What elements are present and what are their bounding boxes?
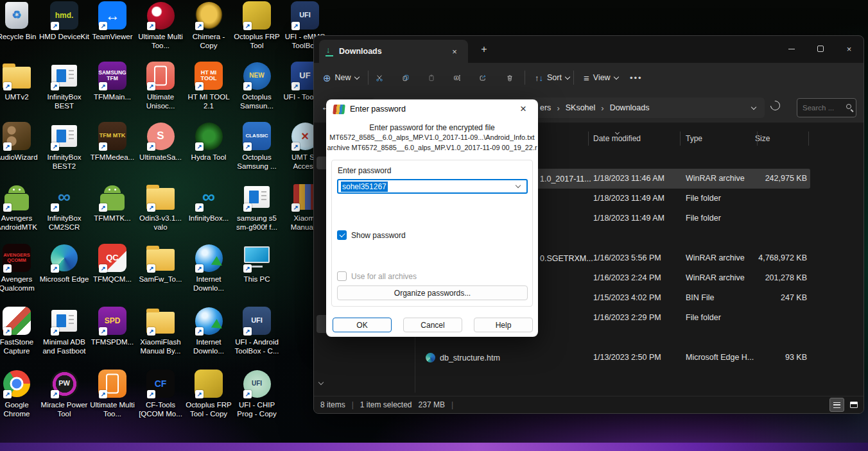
desktop-icon[interactable]: ↗ SamFw_To...	[136, 244, 185, 284]
desktop-icon[interactable]: ↗ InfinityBox BEST	[40, 62, 89, 110]
desktop-icon-label: UltimateSa...	[135, 153, 186, 162]
status-separator: |	[352, 400, 354, 409]
desktop-icon-image: CF ↗	[146, 370, 175, 398]
desktop-icon[interactable]: ↗ Microsoft Edge	[40, 244, 89, 284]
combo-dropdown-icon[interactable]	[516, 183, 521, 188]
tab-close-icon[interactable]: ×	[447, 44, 462, 58]
desktop-icon[interactable]: ↗ InfinityBox BEST2	[40, 122, 89, 171]
breadcrumb-prefix[interactable]: ers	[540, 103, 551, 112]
shortcut-arrow-icon: ↗	[99, 390, 107, 398]
share-button[interactable]	[475, 68, 490, 87]
sidebar-scroll-chevron-icon[interactable]	[318, 380, 324, 385]
help-button[interactable]: Help	[474, 318, 533, 332]
address-dropdown-icon[interactable]	[751, 104, 756, 109]
desktop-icon[interactable]: UFI ↗ UFI - Android ToolBox - C...	[232, 307, 281, 355]
desktop-icon[interactable]: SPD ↗ TFMSPDM...	[88, 307, 137, 346]
organize-passwords-button[interactable]: Organize passwords...	[337, 285, 528, 300]
desktop-icon[interactable]: ↗ Odin3-v3.1... valo	[136, 183, 185, 232]
desktop-icon[interactable]: ↗ Hydra Tool	[184, 122, 233, 162]
new-tab-button[interactable]: +	[476, 44, 492, 55]
desktop-icon[interactable]: ↗ AudioWizard	[0, 122, 41, 162]
desktop-icon[interactable]: QC ↗ TFMQCM...	[88, 244, 137, 284]
search-input[interactable]	[801, 99, 841, 116]
use-for-all-archives-checkbox[interactable]: Use for all archives	[337, 271, 417, 281]
desktop-icon[interactable]: ↗ UMTv2	[0, 62, 41, 101]
delete-button[interactable]	[502, 68, 517, 87]
desktop-icon[interactable]: UFI ↗ UFI - CHIP Prog - Copy	[232, 370, 281, 418]
desktop-icon[interactable]: ↗ Chimera - Copy	[184, 1, 233, 50]
copy-button[interactable]	[398, 68, 413, 87]
desktop-icon[interactable]: CLASSIC ↗ Octoplus Samsung ...	[232, 122, 281, 171]
desktop-icon[interactable]: ↗ Ultimate Multi Too...	[136, 1, 185, 50]
desktop-icon[interactable]: TFM MTK ↗ TFMMedea...	[88, 122, 137, 162]
desktop-icon-label: Ultimate Unisoc...	[135, 92, 186, 110]
desktop-icon-image: ↗	[243, 244, 271, 272]
status-separator: |	[451, 400, 453, 409]
desktop-icon[interactable]: ♻ ↗ Recycle Bin	[0, 1, 41, 41]
breadcrumb-user[interactable]: SKsohel	[566, 103, 596, 112]
checkbox-unchecked-icon[interactable]	[337, 271, 347, 281]
desktop-icon[interactable]: HT MI TOOL ↗ HT MI TOOL 2.1	[184, 62, 233, 110]
icon-glyph: HT MI TOOL	[195, 70, 223, 82]
desktop-icon[interactable]: ↗ Ultimate Unisoc...	[136, 62, 185, 110]
rename-button[interactable]: A	[449, 68, 465, 87]
breadcrumb-folder[interactable]: Downloads	[610, 103, 650, 112]
desktop-icon[interactable]: ↗ Avengers AndroidMTK	[0, 183, 41, 232]
chevron-down-icon	[354, 74, 359, 79]
desktop-icon[interactable]: CF ↗ CF-Tools [QCOM Mo...	[136, 370, 185, 418]
desktop-icon-label: XiaomiFlash Manual By...	[135, 337, 186, 355]
column-header-type[interactable]: Type	[686, 129, 702, 148]
desktop-icon[interactable]: AVENGERS QCOMM ↗ Avengers Qualcomm	[0, 244, 41, 293]
new-button[interactable]: ⊕ New	[319, 68, 363, 87]
desktop-icon[interactable]: ∞ ↗ InfinityBox CM2SCR	[40, 183, 89, 232]
icons-view-button[interactable]	[846, 398, 861, 412]
cancel-button[interactable]: Cancel	[403, 318, 462, 332]
desktop-icon[interactable]: ↗ Octoplus FRP Tool - Copy	[184, 370, 233, 418]
desktop-icon[interactable]: NEW ↗ Octoplus Samsun...	[232, 62, 281, 110]
details-view-button[interactable]	[829, 398, 844, 412]
search-box[interactable]	[797, 98, 856, 117]
tab-downloads[interactable]: Downloads ×	[319, 40, 468, 63]
view-button[interactable]: ≡ View	[580, 68, 622, 87]
checkbox-checked-icon[interactable]	[337, 230, 347, 240]
desktop-icon[interactable]: ↗ XiaomiFlash Manual By...	[136, 307, 185, 355]
desktop-icon[interactable]: ↗ FastStone Capture	[0, 307, 41, 355]
desktop-icon[interactable]: PW ↗ Miracle Power Tool	[40, 370, 89, 418]
close-button[interactable]: ×	[835, 36, 864, 62]
desktop-icon-image: ∞ ↗	[195, 183, 223, 211]
dialog-title-bar[interactable]: Enter password ×	[326, 99, 538, 119]
desktop-icon[interactable]: ↗ Minimal ADB and Fastboot	[40, 307, 89, 355]
shortcut-arrow-icon: ↗	[99, 82, 107, 90]
desktop-icon[interactable]: ↗ Google Chrome	[0, 370, 41, 418]
desktop-icon-image: PW ↗	[50, 370, 78, 398]
desktop-icon[interactable]: ↗ Ultimate Multi Too...	[88, 370, 137, 418]
file-row[interactable]: db_structure.htm 1/13/2023 2:50 PM Micro…	[415, 348, 810, 368]
desktop-icon[interactable]: ↗ This PC	[232, 244, 281, 284]
desktop-icon[interactable]: ↔ ↗ TeamViewer	[88, 1, 137, 41]
desktop-icon[interactable]: ∞ ↗ InfinityBox...	[184, 183, 233, 223]
desktop-icon[interactable]: ↗ Internet Downlo...	[184, 244, 233, 293]
ok-button[interactable]: OK	[333, 318, 392, 332]
desktop-icon[interactable]: ↗ samsung s5 sm-g900f f...	[232, 183, 281, 232]
minimize-button[interactable]	[777, 36, 806, 62]
desktop-icon[interactable]: ↗ TFMMTK...	[88, 183, 137, 223]
desktop-icon-image: UFI ↗	[243, 307, 271, 335]
refresh-icon[interactable]	[768, 99, 782, 112]
desktop-icon[interactable]: hmd. ↗ HMD DeviceKit	[40, 1, 89, 41]
sort-button[interactable]: ↑↓ Sort	[531, 68, 573, 87]
maximize-button[interactable]	[806, 36, 835, 62]
desktop-icon[interactable]: S ↗ UltimateSa...	[136, 122, 185, 162]
desktop-icon-image: ↗	[50, 122, 78, 150]
file-date-modified: 1/16/2023 5:56 PM	[593, 248, 661, 268]
paste-button[interactable]	[424, 68, 439, 87]
see-more-button[interactable]: •••	[626, 68, 647, 87]
dialog-close-icon[interactable]: ×	[515, 101, 532, 117]
cut-button[interactable]	[372, 68, 387, 87]
show-password-checkbox[interactable]: Show password	[337, 230, 406, 240]
password-input[interactable]: sohel351267	[337, 179, 528, 194]
desktop-icon[interactable]: SAMSUNG TFM ↗ TFMMain...	[88, 62, 137, 101]
desktop-icon[interactable]: ↗ Internet Downlo...	[184, 307, 233, 355]
desktop-icon-image: ↗	[50, 62, 78, 90]
icon-glyph: CF	[155, 379, 167, 389]
desktop-icon[interactable]: ↗ Octoplus FRP Tool	[232, 1, 281, 50]
